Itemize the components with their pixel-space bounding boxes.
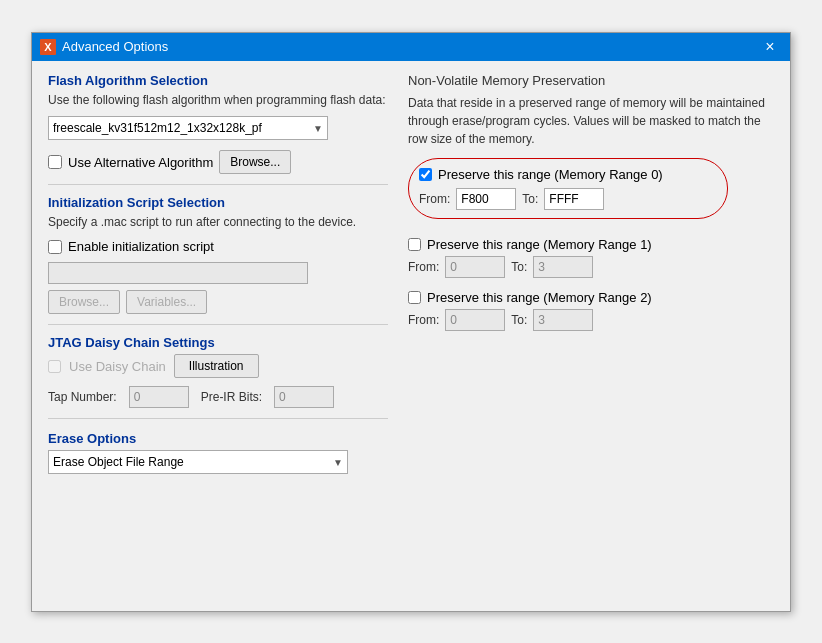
alt-algorithm-row: Use Alternative Algorithm Browse... bbox=[48, 150, 388, 174]
preserve-range-1-row: Preserve this range (Memory Range 1) bbox=[408, 237, 774, 252]
erase-options-value: Erase Object File Range bbox=[53, 455, 184, 469]
flash-dropdown-row: freescale_kv31f512m12_1x32x128k_pf ▼ bbox=[48, 116, 388, 140]
to-label-0: To: bbox=[522, 192, 538, 206]
to-input-1[interactable] bbox=[533, 256, 593, 278]
alt-algorithm-checkbox[interactable] bbox=[48, 155, 62, 169]
right-panel: Non-Volatile Memory Preservation Data th… bbox=[408, 73, 774, 475]
erase-options-section: Erase Options Erase Object File Range ▼ bbox=[48, 431, 388, 474]
preserve-range-0-section: Preserve this range (Memory Range 0) Fro… bbox=[408, 158, 728, 219]
illustration-button[interactable]: Illustration bbox=[174, 354, 259, 378]
from-label-1: From: bbox=[408, 260, 439, 274]
flash-algorithm-value: freescale_kv31f512m12_1x32x128k_pf bbox=[53, 121, 262, 135]
init-script-desc: Specify a .mac script to run after conne… bbox=[48, 214, 388, 231]
preserve-range-1-from-to: From: To: bbox=[408, 256, 774, 278]
preserve-range-2-checkbox[interactable] bbox=[408, 291, 421, 304]
preserve-range-2-from-to: From: To: bbox=[408, 309, 774, 331]
from-input-2[interactable] bbox=[445, 309, 505, 331]
pre-ir-bits-input[interactable] bbox=[274, 386, 334, 408]
dialog-title: Advanced Options bbox=[62, 39, 168, 54]
alt-algorithm-label: Use Alternative Algorithm bbox=[68, 155, 213, 170]
daisy-chain-title: JTAG Daisy Chain Settings bbox=[48, 335, 388, 350]
close-button[interactable]: × bbox=[758, 37, 782, 57]
daisy-chain-row: Use Daisy Chain Illustration bbox=[48, 354, 388, 378]
script-path-input bbox=[48, 262, 308, 284]
script-browse-button[interactable]: Browse... bbox=[48, 290, 120, 314]
tap-number-label: Tap Number: bbox=[48, 390, 117, 404]
nvm-title: Non-Volatile Memory Preservation bbox=[408, 73, 774, 88]
left-panel: Flash Algorithm Selection Use the follow… bbox=[48, 73, 388, 475]
dialog-body: Flash Algorithm Selection Use the follow… bbox=[32, 61, 790, 487]
flash-section-title: Flash Algorithm Selection bbox=[48, 73, 388, 88]
preserve-range-0-from-to: From: To: bbox=[419, 188, 713, 210]
erase-options-dropdown[interactable]: Erase Object File Range ▼ bbox=[48, 450, 348, 474]
preserve-range-2-section: Preserve this range (Memory Range 2) Fro… bbox=[408, 290, 774, 331]
advanced-options-dialog: X Advanced Options × Flash Algorithm Sel… bbox=[31, 32, 791, 612]
browse-vars-row: Browse... Variables... bbox=[48, 290, 388, 314]
preserve-range-1-section: Preserve this range (Memory Range 1) Fro… bbox=[408, 237, 774, 278]
erase-section-title: Erase Options bbox=[48, 431, 388, 446]
preserve-range-1-checkbox[interactable] bbox=[408, 238, 421, 251]
daisy-chain-section: JTAG Daisy Chain Settings Use Daisy Chai… bbox=[48, 335, 388, 408]
title-bar-left: X Advanced Options bbox=[40, 39, 168, 55]
flash-section-desc: Use the following flash algorithm when p… bbox=[48, 92, 388, 109]
enable-script-row: Enable initialization script bbox=[48, 239, 388, 254]
use-daisy-chain-label: Use Daisy Chain bbox=[69, 359, 166, 374]
enable-script-label: Enable initialization script bbox=[68, 239, 214, 254]
pre-ir-bits-label: Pre-IR Bits: bbox=[201, 390, 262, 404]
tap-number-input[interactable] bbox=[129, 386, 189, 408]
preserve-range-2-row: Preserve this range (Memory Range 2) bbox=[408, 290, 774, 305]
enable-script-checkbox[interactable] bbox=[48, 240, 62, 254]
preserve-range-0-row: Preserve this range (Memory Range 0) bbox=[419, 167, 713, 182]
flash-algorithm-section: Flash Algorithm Selection Use the follow… bbox=[48, 73, 388, 175]
to-label-2: To: bbox=[511, 313, 527, 327]
variables-button[interactable]: Variables... bbox=[126, 290, 207, 314]
from-input-0[interactable] bbox=[456, 188, 516, 210]
title-bar: X Advanced Options × bbox=[32, 33, 790, 61]
to-input-2[interactable] bbox=[533, 309, 593, 331]
app-icon: X bbox=[40, 39, 56, 55]
from-input-1[interactable] bbox=[445, 256, 505, 278]
init-script-section: Initialization Script Selection Specify … bbox=[48, 195, 388, 314]
preserve-range-2-label: Preserve this range (Memory Range 2) bbox=[427, 290, 652, 305]
alt-algorithm-browse-button[interactable]: Browse... bbox=[219, 150, 291, 174]
flash-algorithm-dropdown[interactable]: freescale_kv31f512m12_1x32x128k_pf ▼ bbox=[48, 116, 328, 140]
dropdown-arrow-icon: ▼ bbox=[313, 123, 323, 134]
nvm-description: Data that reside in a preserved range of… bbox=[408, 94, 774, 148]
to-label-1: To: bbox=[511, 260, 527, 274]
from-label-0: From: bbox=[419, 192, 450, 206]
erase-dropdown-arrow-icon: ▼ bbox=[333, 457, 343, 468]
to-input-0[interactable] bbox=[544, 188, 604, 210]
tap-number-row: Tap Number: Pre-IR Bits: bbox=[48, 386, 388, 408]
preserve-range-1-label: Preserve this range (Memory Range 1) bbox=[427, 237, 652, 252]
preserve-range-0-label: Preserve this range (Memory Range 0) bbox=[438, 167, 663, 182]
init-script-title: Initialization Script Selection bbox=[48, 195, 388, 210]
preserve-range-0-checkbox[interactable] bbox=[419, 168, 432, 181]
from-label-2: From: bbox=[408, 313, 439, 327]
use-daisy-chain-checkbox[interactable] bbox=[48, 360, 61, 373]
